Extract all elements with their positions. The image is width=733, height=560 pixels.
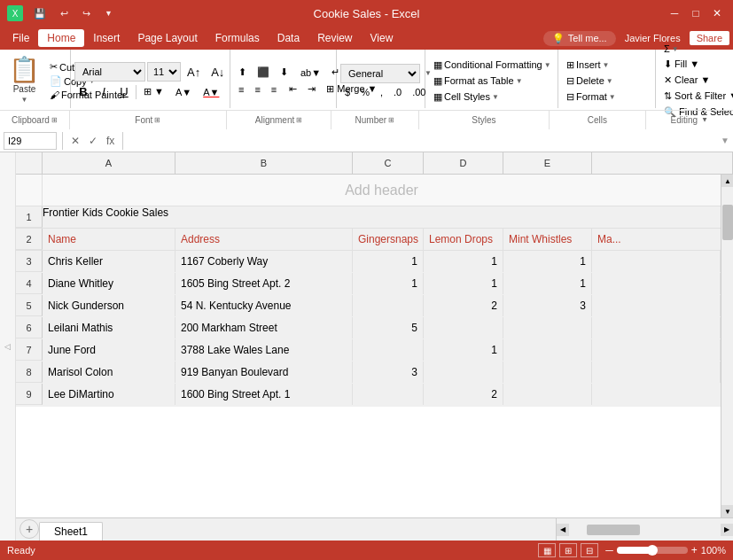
alignment-expand[interactable]: ⊞: [296, 116, 302, 124]
number-label[interactable]: Number ⊞: [331, 111, 418, 129]
font-expand[interactable]: ⊞: [154, 116, 160, 124]
conditional-formatting-btn[interactable]: ▦ Conditional Formatting ▼: [429, 58, 554, 72]
font-color-btn[interactable]: A▼: [199, 86, 223, 98]
page-layout-btn[interactable]: ⊞: [559, 543, 577, 557]
row-num-5[interactable]: 5: [16, 295, 43, 316]
cell-6-lemon[interactable]: [424, 317, 503, 338]
cells-label[interactable]: Cells: [550, 111, 645, 129]
underline-btn[interactable]: U: [115, 84, 133, 99]
align-center-btn[interactable]: ≡: [250, 83, 264, 96]
cell-reference-box[interactable]: I29: [4, 132, 57, 150]
menu-home[interactable]: Home: [38, 29, 84, 47]
zoom-handle[interactable]: [647, 545, 658, 556]
col-header-a[interactable]: A: [43, 152, 175, 174]
ribbon-collapse-btn[interactable]: ▲: [701, 116, 708, 124]
percent-btn[interactable]: %: [356, 86, 374, 98]
currency-btn[interactable]: $: [340, 86, 355, 98]
header-more[interactable]: Ma...: [592, 229, 721, 250]
cell-3-lemon[interactable]: 1: [424, 251, 503, 272]
sheet-tab-sheet1[interactable]: Sheet1: [39, 522, 103, 541]
col-header-d[interactable]: D: [424, 152, 503, 174]
cell-8-name[interactable]: Marisol Colon: [43, 362, 175, 383]
header-name[interactable]: Name: [43, 229, 175, 250]
cell-9-gingersnaps[interactable]: [353, 384, 424, 405]
redo-btn[interactable]: ↪: [79, 6, 94, 21]
formula-input[interactable]: [129, 135, 717, 147]
clipboard-label[interactable]: Clipboard ⊞: [0, 111, 70, 129]
minimize-btn[interactable]: ─: [666, 4, 683, 22]
normal-view-btn[interactable]: ▦: [538, 543, 556, 557]
decrease-indent-btn[interactable]: ⇤: [285, 82, 301, 96]
border-btn[interactable]: ⊞ ▼: [139, 85, 168, 98]
cell-8-lemon[interactable]: [424, 362, 503, 383]
menu-page-layout[interactable]: Page Layout: [129, 29, 206, 47]
close-btn[interactable]: ✕: [708, 4, 726, 22]
decrease-decimal-btn[interactable]: .0: [389, 86, 406, 98]
menu-formulas[interactable]: Formulas: [207, 29, 269, 47]
delete-btn[interactable]: ⊟ Delete ▼: [562, 74, 651, 88]
cell-8-more[interactable]: [592, 362, 721, 383]
cell-6-name[interactable]: Leilani Mathis: [43, 317, 175, 338]
zoom-in-btn[interactable]: +: [691, 544, 698, 556]
menu-file[interactable]: File: [4, 29, 38, 47]
paste-btn[interactable]: 📋 Paste ▼: [4, 53, 45, 108]
cell-5-more[interactable]: [592, 295, 721, 316]
scroll-left-btn[interactable]: ◀: [557, 524, 569, 536]
row-num-7[interactable]: 7: [16, 339, 43, 361]
cell-5-gingersnaps[interactable]: [353, 295, 424, 316]
clear-btn[interactable]: ✕ Clear ▼: [659, 74, 733, 87]
add-header-cell[interactable]: Add header: [43, 183, 721, 198]
cell-8-address[interactable]: 919 Banyan Boulevard: [175, 362, 353, 383]
cell-8-mint[interactable]: [503, 362, 592, 383]
sort-filter-btn[interactable]: ⇅ Sort & Filter ▼: [659, 89, 733, 103]
row-num-4[interactable]: 4: [16, 273, 43, 294]
cell-4-gingersnaps[interactable]: 1: [353, 273, 424, 294]
editing-label[interactable]: Editing ▲: [646, 111, 733, 129]
zoom-out-btn[interactable]: ─: [605, 544, 613, 556]
menu-view[interactable]: View: [362, 29, 402, 47]
cell-5-name[interactable]: Nick Gunderson: [43, 295, 175, 316]
italic-btn[interactable]: I: [95, 84, 113, 99]
formula-expand-btn[interactable]: ▼: [721, 136, 729, 145]
cell-5-address[interactable]: 54 N. Kentucky Avenue: [175, 295, 353, 316]
cell-7-lemon[interactable]: 1: [424, 339, 503, 361]
comma-btn[interactable]: ,: [376, 86, 387, 98]
row-num-9[interactable]: 9: [16, 384, 43, 405]
scroll-thumb[interactable]: [722, 205, 733, 240]
font-name-select[interactable]: Arial: [74, 62, 145, 82]
cell-3-mint[interactable]: 1: [503, 251, 592, 272]
scroll-up-btn[interactable]: ▲: [721, 175, 733, 187]
row-num-2[interactable]: 2: [16, 229, 43, 250]
row-num-1[interactable]: 1: [16, 206, 43, 228]
cell-4-lemon[interactable]: 1: [424, 273, 503, 294]
cell-9-mint[interactable]: [503, 384, 592, 405]
cell-7-mint[interactable]: [503, 339, 592, 361]
font-label[interactable]: Font ⊞: [70, 111, 227, 129]
cell-styles-btn[interactable]: ▦ Cell Styles ▼: [429, 90, 554, 104]
cell-8-gingersnaps[interactable]: 3: [353, 362, 424, 383]
cell-7-name[interactable]: June Ford: [43, 339, 175, 361]
row-num-6[interactable]: 6: [16, 317, 43, 338]
cell-9-more[interactable]: [592, 384, 721, 405]
left-panel-toggle[interactable]: ◁: [0, 152, 16, 541]
header-mint-whistles[interactable]: Mint Whistles: [503, 229, 592, 250]
format-btn[interactable]: ⊟ Format ▼: [562, 90, 651, 104]
align-right-btn[interactable]: ≡: [267, 83, 281, 96]
menu-review[interactable]: Review: [308, 29, 361, 47]
decrease-font-btn[interactable]: A↓: [207, 65, 229, 80]
format-as-table-btn[interactable]: ▦ Format as Table ▼: [429, 74, 554, 88]
fill-color-btn[interactable]: A▼: [171, 86, 196, 98]
confirm-entry-btn[interactable]: ✓: [86, 135, 100, 147]
zoom-slider[interactable]: [617, 547, 688, 554]
cell-6-address[interactable]: 200 Markham Street: [175, 317, 353, 338]
h-scroll-thumb[interactable]: [587, 525, 640, 535]
cell-4-name[interactable]: Diane Whitley: [43, 273, 175, 294]
maximize-btn[interactable]: □: [687, 4, 705, 22]
cell-6-more[interactable]: [592, 317, 721, 338]
save-quick-btn[interactable]: 💾: [30, 6, 50, 21]
cell-9-name[interactable]: Lee DiMartino: [43, 384, 175, 405]
font-size-select[interactable]: 11: [147, 62, 181, 82]
col-header-b[interactable]: B: [175, 152, 353, 174]
cell-4-mint[interactable]: 1: [503, 273, 592, 294]
cell-4-address[interactable]: 1605 Bing Street Apt. 2: [175, 273, 353, 294]
